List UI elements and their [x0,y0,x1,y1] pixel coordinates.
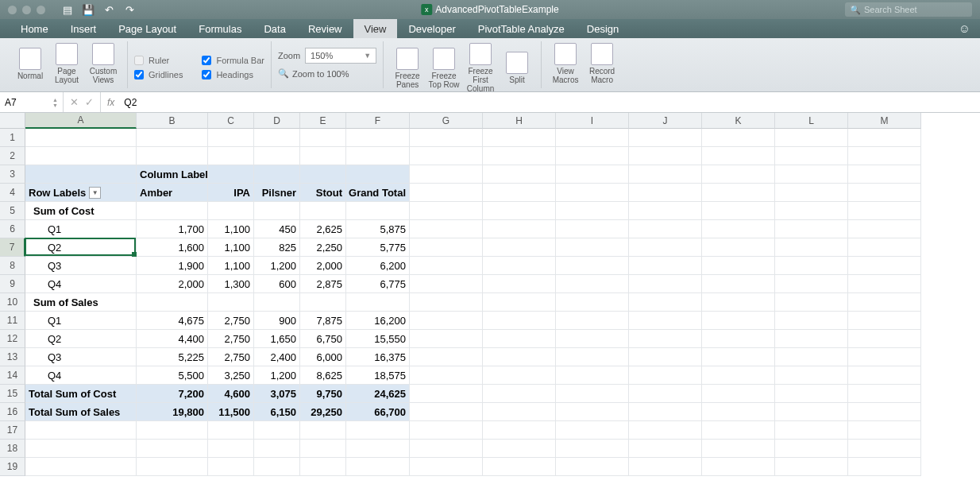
save-icon[interactable]: ▤ [61,3,74,16]
cell[interactable]: 600 [254,275,300,293]
cell[interactable] [25,129,137,147]
cell[interactable] [775,129,848,147]
cell[interactable] [702,184,775,202]
cell[interactable] [410,184,483,202]
check-headings[interactable]: Headings [202,70,264,79]
cell[interactable]: 18,575 [346,366,410,385]
cell[interactable] [300,147,346,165]
cell[interactable] [483,147,556,165]
check-ruler[interactable]: Ruler [134,56,183,65]
cell[interactable]: 15,550 [346,330,410,348]
cell[interactable]: 24,625 [346,385,410,403]
tab-design[interactable]: Design [576,19,630,38]
cell[interactable] [848,147,921,165]
cell[interactable]: 29,250 [300,403,346,421]
cell[interactable]: 5,225 [137,348,208,366]
cell[interactable] [410,366,483,385]
cell[interactable]: 2,750 [208,348,254,366]
cell[interactable]: 450 [254,220,300,238]
cell[interactable]: Q4 [25,366,137,385]
cell[interactable] [137,147,208,165]
cell[interactable]: 1,100 [208,238,254,257]
zoom-to-100[interactable]: 🔍 Zoom to 100% [278,68,349,79]
cell[interactable] [629,403,702,421]
cell[interactable] [410,293,483,312]
cell[interactable] [556,129,629,147]
cell[interactable]: 7,200 [137,385,208,403]
cell[interactable] [483,403,556,421]
save-button-icon[interactable]: 💾 [82,3,95,16]
row-header-16[interactable]: 16 [0,403,25,421]
cell[interactable] [775,440,848,458]
cell[interactable]: 825 [254,238,300,257]
freeze-freeze-first-column[interactable]: Freeze First Column [463,43,498,93]
cell[interactable] [629,312,702,330]
cell[interactable] [300,458,346,476]
cell[interactable] [775,312,848,330]
cell[interactable] [346,202,410,220]
cell[interactable] [848,366,921,385]
cell[interactable] [702,330,775,348]
cell[interactable]: Total Sum of Sales [25,403,137,421]
cell[interactable] [629,458,702,476]
cell[interactable]: Column Labels▼ [137,165,208,184]
cell[interactable] [629,257,702,275]
cell[interactable]: 2,750 [208,312,254,330]
cell[interactable] [410,165,483,184]
cell[interactable] [556,366,629,385]
row-header-14[interactable]: 14 [0,366,25,385]
row-header-15[interactable]: 15 [0,385,25,403]
macro-view-macros[interactable]: View Macros [548,43,583,84]
cell[interactable] [556,257,629,275]
cell[interactable] [208,147,254,165]
cell[interactable] [629,202,702,220]
cell[interactable] [346,147,410,165]
cell[interactable]: Q2 [25,330,137,348]
cell[interactable]: 1,200 [254,366,300,385]
row-header-9[interactable]: 9 [0,275,25,293]
cell[interactable] [483,202,556,220]
select-all-corner[interactable] [0,113,25,129]
cell[interactable]: Q1 [25,220,137,238]
row-header-19[interactable]: 19 [0,458,25,476]
cell[interactable] [629,220,702,238]
cell[interactable]: 8,625 [300,366,346,385]
row-header-3[interactable]: 3 [0,165,25,184]
cell[interactable] [137,129,208,147]
tab-data[interactable]: Data [253,19,296,38]
cell[interactable]: 2,000 [137,275,208,293]
cell[interactable] [556,348,629,366]
stepper-icon[interactable]: ▲▼ [52,97,58,108]
tab-pivottable-analyze[interactable]: PivotTable Analyze [467,19,576,38]
cell[interactable] [410,275,483,293]
cell[interactable] [556,385,629,403]
cell[interactable] [556,293,629,312]
cell[interactable] [775,165,848,184]
cell[interactable]: 2,250 [300,238,346,257]
cell[interactable]: 16,375 [346,348,410,366]
cell[interactable] [775,366,848,385]
cell[interactable] [300,165,346,184]
cell[interactable] [775,421,848,440]
cell[interactable] [848,129,921,147]
cell[interactable] [346,440,410,458]
tab-home[interactable]: Home [10,19,60,38]
cell[interactable] [346,293,410,312]
cell[interactable] [410,238,483,257]
cell[interactable] [848,220,921,238]
feedback-icon[interactable]: ☺ [959,21,970,35]
cell[interactable]: 1,100 [208,257,254,275]
cell[interactable] [702,458,775,476]
cell[interactable]: 66,700 [346,403,410,421]
freeze-split[interactable]: Split [500,43,534,93]
cell[interactable] [483,275,556,293]
cell[interactable] [483,458,556,476]
cell[interactable] [848,238,921,257]
cell[interactable] [775,275,848,293]
cell[interactable] [848,293,921,312]
cell[interactable] [556,202,629,220]
cell[interactable] [254,440,300,458]
col-header-H[interactable]: H [483,113,556,129]
search-sheet[interactable]: 🔍 [845,2,972,17]
col-header-C[interactable]: C [208,113,254,129]
